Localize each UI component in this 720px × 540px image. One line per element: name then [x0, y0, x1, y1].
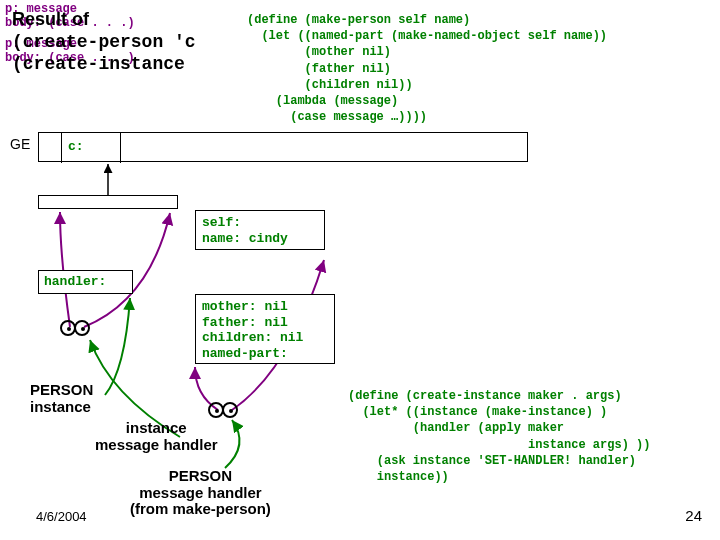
instance-frame-stub [38, 195, 178, 209]
person-message-handler-label: PERSON message handler (from make-person… [130, 468, 271, 518]
ge-cell-c: c: [61, 133, 121, 163]
footer-date: 4/6/2004 [36, 509, 87, 524]
instance-message-handler-label: instance message handler [95, 420, 218, 453]
closure-cell-icon [60, 320, 94, 338]
make-person-code: (define (make-person self name) (let ((n… [247, 12, 607, 125]
ge-label: GE [10, 136, 30, 152]
footer-page-number: 24 [685, 507, 702, 524]
create-instance-code: (define (create-instance maker . args) (… [348, 388, 650, 485]
person-locals-frame: mother: nil father: nil children: nil na… [195, 294, 335, 364]
ge-frame: c: [38, 132, 528, 162]
slide-title: Result of (create-person 'c (create-inst… [12, 8, 196, 76]
closure-cell-icon [208, 402, 242, 420]
title-line-3: (create-instance [12, 53, 196, 76]
person-instance-label: PERSON instance [30, 382, 93, 415]
title-line-1: Result of [12, 8, 196, 31]
title-line-2: (create-person 'c [12, 31, 196, 54]
self-name-frame: self: name: cindy [195, 210, 325, 250]
handler-frame: handler: [38, 270, 133, 294]
